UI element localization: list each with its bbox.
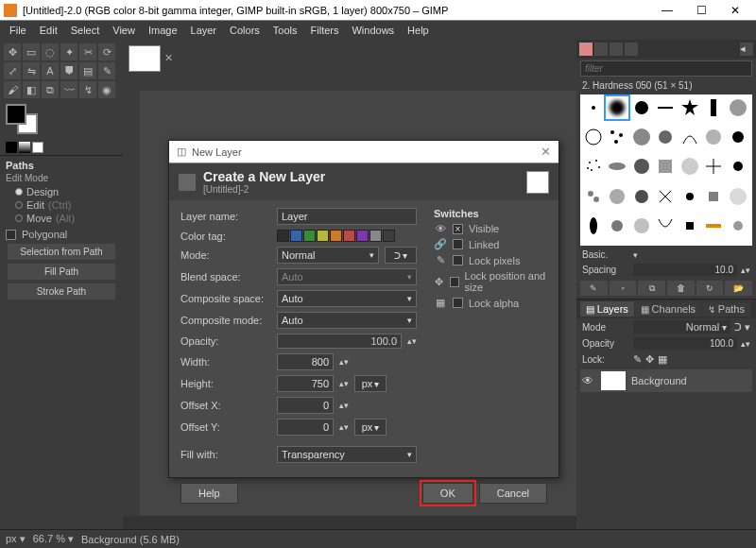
layer-mode-select[interactable]: Normal ▾ bbox=[633, 320, 730, 334]
offset-unit[interactable]: px ▾ bbox=[354, 419, 387, 436]
color-tag-1[interactable] bbox=[290, 230, 302, 242]
tool-crop[interactable]: ✂ bbox=[79, 43, 96, 60]
color-tag-3[interactable] bbox=[317, 230, 329, 242]
minimize-button[interactable]: — bbox=[650, 1, 684, 20]
canvas-scroll-h[interactable] bbox=[123, 516, 576, 529]
menu-help[interactable]: Help bbox=[402, 23, 435, 38]
tool-smudge[interactable]: 〰 bbox=[60, 81, 77, 98]
dialog-titlebar[interactable]: ◫ New Layer ✕ bbox=[169, 141, 558, 163]
tab-menu-icon[interactable]: ◂ bbox=[740, 43, 753, 56]
tool-gradient[interactable]: ▤ bbox=[79, 62, 96, 79]
width-input[interactable] bbox=[277, 353, 334, 370]
switch-checkbox[interactable] bbox=[453, 239, 463, 249]
radio-edit[interactable]: Edit (Ctrl) bbox=[6, 198, 117, 212]
brush-grid[interactable] bbox=[580, 94, 752, 246]
tool-free-select[interactable]: ◌ bbox=[42, 43, 59, 60]
tab-patterns[interactable] bbox=[594, 43, 608, 56]
color-tag-4[interactable] bbox=[330, 230, 342, 242]
tool-path[interactable]: ↯ bbox=[79, 81, 96, 98]
tab-history[interactable] bbox=[625, 43, 638, 56]
color-tag-picker[interactable] bbox=[277, 230, 395, 242]
offy-input[interactable] bbox=[277, 419, 334, 436]
switch-lock-position-and-size[interactable]: ✥Lock position and size bbox=[434, 270, 547, 293]
tool-clone[interactable]: ⧉ bbox=[42, 81, 59, 98]
size-unit[interactable]: px ▾ bbox=[354, 375, 387, 392]
menu-view[interactable]: View bbox=[107, 23, 141, 38]
status-zoom[interactable]: 66.7 % ▾ bbox=[33, 533, 74, 545]
menu-file[interactable]: File bbox=[4, 23, 32, 38]
switch-checkbox[interactable] bbox=[450, 277, 458, 287]
tool-text[interactable]: A bbox=[42, 62, 59, 79]
brush-refresh-icon[interactable]: ↻ bbox=[696, 281, 724, 296]
lock-pos-icon[interactable]: ✥ bbox=[645, 353, 654, 366]
comp-space-select[interactable]: Auto▾ bbox=[277, 290, 417, 307]
status-unit[interactable]: px ▾ bbox=[6, 533, 26, 545]
offx-input[interactable] bbox=[277, 397, 334, 414]
switch-checkbox[interactable] bbox=[453, 224, 463, 234]
close-doc-icon[interactable]: ✕ bbox=[164, 52, 178, 65]
radio-design[interactable]: Design bbox=[6, 185, 117, 198]
tool-move[interactable]: ✥ bbox=[4, 43, 21, 60]
brush-open-icon[interactable]: 📂 bbox=[725, 281, 752, 296]
tool-scale[interactable]: ⤢ bbox=[4, 62, 21, 79]
layer-name-input[interactable] bbox=[277, 208, 417, 225]
switch-lock-alpha[interactable]: ▦Lock alpha bbox=[434, 297, 547, 309]
lock-alpha-icon[interactable]: ▦ bbox=[658, 353, 667, 366]
tool-fuzzy-select[interactable]: ✦ bbox=[60, 43, 77, 60]
cancel-button[interactable]: Cancel bbox=[479, 483, 547, 504]
switch-linked[interactable]: 🔗Linked bbox=[434, 238, 547, 250]
brush-filter-input[interactable] bbox=[580, 60, 752, 77]
switch-lock-pixels[interactable]: ✎Lock pixels bbox=[434, 254, 547, 266]
tab-brushes[interactable] bbox=[579, 43, 593, 56]
opacity-slider[interactable]: 100.0 bbox=[277, 334, 402, 349]
color-tag-0[interactable] bbox=[277, 230, 289, 242]
switch-checkbox[interactable] bbox=[453, 255, 463, 265]
menu-colors[interactable]: Colors bbox=[224, 23, 266, 38]
menu-image[interactable]: Image bbox=[143, 23, 183, 38]
dialog-close-icon[interactable]: ✕ bbox=[541, 145, 551, 159]
help-button[interactable]: Help bbox=[180, 483, 238, 504]
tab-fonts[interactable] bbox=[610, 43, 623, 56]
brush-new-icon[interactable]: ▫ bbox=[610, 281, 637, 296]
radio-move[interactable]: Move (Alt) bbox=[6, 212, 117, 225]
brush-del-icon[interactable]: 🗑 bbox=[667, 281, 695, 296]
tool-eraser[interactable]: ◧ bbox=[23, 81, 40, 98]
tool-brush[interactable]: 🖌 bbox=[4, 81, 21, 98]
comp-mode-select[interactable]: Auto▾ bbox=[277, 312, 417, 329]
tool-flip[interactable]: ⇋ bbox=[23, 62, 40, 79]
menu-layer[interactable]: Layer bbox=[185, 23, 223, 38]
switch-checkbox[interactable] bbox=[453, 298, 463, 308]
maximize-button[interactable]: ☐ bbox=[684, 1, 718, 20]
polygonal-checkbox[interactable]: Polygonal bbox=[6, 229, 117, 240]
fill-path-button[interactable]: Fill Path bbox=[8, 264, 115, 280]
mini-gradient[interactable] bbox=[32, 142, 43, 153]
mini-pattern[interactable] bbox=[19, 142, 30, 153]
color-tag-5[interactable] bbox=[343, 230, 355, 242]
layer-opacity-value[interactable]: 100.0 bbox=[633, 337, 737, 350]
mini-brush[interactable] bbox=[6, 142, 17, 153]
height-input[interactable] bbox=[277, 375, 334, 392]
foreground-color[interactable] bbox=[6, 104, 26, 125]
menu-edit[interactable]: Edit bbox=[34, 23, 63, 38]
tool-rotate[interactable]: ⟳ bbox=[98, 43, 115, 60]
switch-visible[interactable]: 👁Visible bbox=[434, 223, 547, 234]
mode-extra[interactable]: Ɔ ▾ bbox=[385, 247, 417, 264]
tool-bucket[interactable]: ⛊ bbox=[60, 62, 77, 79]
menu-windows[interactable]: Windows bbox=[346, 23, 400, 38]
menu-tools[interactable]: Tools bbox=[267, 23, 303, 38]
ok-button[interactable]: OK bbox=[422, 483, 473, 504]
menu-filters[interactable]: Filters bbox=[305, 23, 345, 38]
tab-paths[interactable]: ↯ Paths bbox=[702, 301, 750, 317]
tool-pencil[interactable]: ✎ bbox=[98, 62, 115, 79]
mode-select[interactable]: Normal▾ bbox=[277, 247, 379, 264]
brush-dup-icon[interactable]: ⧉ bbox=[638, 281, 665, 296]
layer-row[interactable]: 👁 Background bbox=[580, 369, 752, 392]
stroke-path-button[interactable]: Stroke Path bbox=[8, 283, 115, 300]
tab-channels[interactable]: ▦ Channels bbox=[635, 301, 701, 317]
color-tag-2[interactable] bbox=[303, 230, 316, 242]
color-tag-8[interactable] bbox=[383, 230, 395, 242]
spacing-value[interactable]: 10.0 bbox=[633, 264, 737, 276]
tool-color-picker[interactable]: ◉ bbox=[98, 81, 115, 98]
lock-pixels-icon[interactable]: ✎ bbox=[633, 353, 642, 366]
tab-layers[interactable]: ▤ Layers bbox=[580, 301, 634, 317]
